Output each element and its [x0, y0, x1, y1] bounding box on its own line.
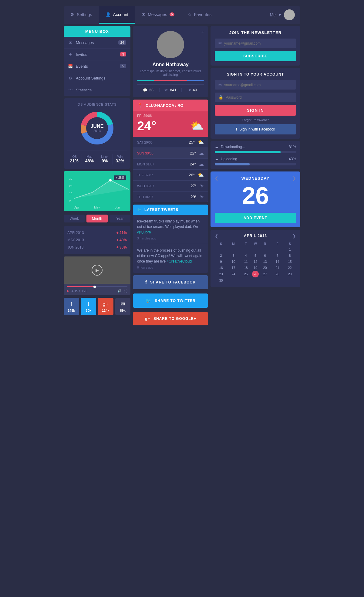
calendar-day[interactable]: 2 — [215, 253, 227, 259]
signin-password-field[interactable]: 🔒 — [215, 93, 296, 102]
calendar-day[interactable]: 25 — [240, 271, 252, 277]
cal-title: APRIL 2013 — [244, 234, 267, 238]
share-facebook-button[interactable]: f SHARE TO FACEBOOK — [133, 275, 208, 289]
facebook-share-small[interactable]: f 248k — [64, 298, 79, 315]
subscribe-button[interactable]: SUBSCRIBE — [215, 51, 296, 61]
nav-settings[interactable]: ⚙ Settings — [64, 6, 99, 24]
calendar-day[interactable]: 30 — [215, 277, 227, 283]
mac-label: Mac — [82, 155, 97, 158]
week-button[interactable]: Week — [64, 215, 85, 222]
nav-favorites[interactable]: ☆ Favorites — [181, 6, 218, 24]
download-label: Downloading... — [221, 145, 245, 149]
year-button[interactable]: Year — [110, 215, 130, 222]
upload-pct: 43% — [289, 157, 296, 161]
calendar-day[interactable]: 17 — [227, 265, 240, 271]
month-stats-card: APR 2013 + 21% MAY 2013 + 48% JUN 2013 +… — [64, 226, 130, 254]
nav-favorites-label: Favorites — [194, 12, 212, 17]
upload-progress: ☁ Uploading... 43% — [215, 157, 296, 165]
email-share-small[interactable]: ✉ 89k — [115, 298, 131, 315]
signin-title: SIGN IN TO YOUR ACCOUNT — [215, 72, 296, 76]
calendar-day[interactable]: 28 — [271, 271, 284, 277]
calendar-day[interactable]: 16 — [215, 265, 227, 271]
month-button[interactable]: Month — [86, 215, 107, 222]
signin-email-input[interactable] — [224, 83, 292, 87]
calendar-day[interactable]: 5 — [252, 253, 259, 259]
cc-hashtag-link[interactable]: #CreativeCloud — [167, 259, 192, 263]
middle-column: + Anne Hathaway Lorem ipsum dolor sit am… — [133, 26, 208, 327]
calendar-day[interactable]: 18 — [240, 265, 252, 271]
googleplus-share-small[interactable]: g+ 124k — [98, 298, 113, 315]
comments-count: 23 — [149, 88, 153, 92]
facebook-signin-button[interactable]: f Sign in with Facebook — [215, 124, 296, 134]
calendar-day[interactable]: 13 — [259, 259, 271, 265]
play-button[interactable]: ▶ — [92, 265, 103, 276]
calendar-day[interactable]: 3 — [227, 253, 240, 259]
calendar-day[interactable]: 7 — [271, 253, 284, 259]
video-progress-bar[interactable] — [67, 286, 127, 287]
cal-prev-button[interactable]: ❮ — [215, 233, 218, 238]
calendar-day[interactable]: 27 — [259, 271, 271, 277]
calendar-day[interactable]: 29 — [284, 271, 296, 277]
nav-account[interactable]: 👤 Account — [99, 6, 135, 24]
menu-item-invites[interactable]: ✈ Invites 3 — [64, 49, 130, 60]
share-twitter-button[interactable]: 🐦 SHARE TO TWITTER — [133, 293, 208, 308]
weather-temp: 24° — [137, 119, 157, 133]
signin-password-input[interactable] — [226, 95, 292, 100]
calendar-day[interactable]: 22 — [284, 265, 296, 271]
calendar-day[interactable]: 26 — [252, 271, 259, 277]
calendar-day[interactable]: 20 — [259, 265, 271, 271]
may-val: + 48% — [116, 238, 127, 242]
calendar-day[interactable]: 14 — [271, 259, 284, 265]
add-event-button[interactable]: ADD EVENT — [215, 213, 296, 223]
add-icon[interactable]: + — [201, 29, 204, 36]
signin-button[interactable]: SIGN IN — [215, 105, 296, 116]
calendar-day[interactable]: 23 — [215, 271, 227, 277]
calendar-day[interactable]: 4 — [240, 253, 252, 259]
forgot-password-link[interactable]: Forgot Password? — [215, 118, 296, 122]
right-column: JOIN THE NEWSLETTER ✉ SUBSCRIBE SIGN IN … — [211, 26, 300, 327]
calendar-day[interactable]: 6 — [259, 253, 271, 259]
nav-messages[interactable]: ✉ Messages 5 — [135, 6, 181, 24]
messages-menu-icon: ✉ — [68, 40, 73, 45]
calendar-day[interactable]: 24 — [227, 271, 240, 277]
calendar-day[interactable]: 12 — [252, 259, 259, 265]
menu-item-messages[interactable]: ✉ Messages 24 — [64, 37, 130, 49]
newsletter-email-field[interactable]: ✉ — [215, 39, 296, 48]
menu-invites-badge: 3 — [120, 52, 126, 56]
calendar-day[interactable]: 19 — [252, 265, 259, 271]
menu-item-account-settings[interactable]: ⚙ Account Settings — [64, 72, 130, 84]
calendar-day[interactable]: 8 — [284, 253, 296, 259]
signin-email-field[interactable]: ✉ — [215, 80, 296, 90]
os-stats-card: OS AUDIENCE STATS — [64, 98, 130, 169]
calendar-day — [252, 246, 259, 253]
download-fill — [215, 151, 281, 153]
calendar-day[interactable]: 1 — [284, 246, 296, 253]
newsletter-email-input[interactable] — [224, 41, 292, 46]
calendar-day[interactable]: 10 — [227, 259, 240, 265]
nav-user[interactable]: Me ▾ — [265, 6, 300, 24]
calendar-day[interactable]: 9 — [215, 259, 227, 265]
share-googleplus-button[interactable]: g+ SHARE TO GOOGLE+ — [133, 312, 208, 325]
wed-prev-button[interactable]: ❮ — [215, 176, 218, 181]
settings-icon: ⚙ — [70, 12, 74, 17]
menu-item-events[interactable]: 📅 Events 5 — [64, 60, 130, 72]
quora-link[interactable]: @Quora — [137, 230, 151, 234]
calendar-day[interactable]: 11 — [240, 259, 252, 265]
calendar-day[interactable]: 21 — [271, 265, 284, 271]
weather-row-tue: TUE 02/07 26° ⛅ — [133, 170, 208, 181]
may-label: MAY 2013 — [67, 238, 84, 242]
twitter-share-small[interactable]: t 30k — [81, 298, 96, 315]
menu-box-header: MENU BOX — [64, 26, 130, 37]
wednesday-day-number: 26 — [215, 184, 296, 208]
weather-location: CLUJ-NAPOCA / RO — [146, 103, 183, 108]
volume-icon[interactable]: 🔊 — [117, 289, 122, 293]
calendar-day[interactable]: 15 — [284, 259, 296, 265]
cal-next-button[interactable]: ❯ — [292, 233, 296, 238]
menu-item-statistics[interactable]: 〰 Statistics — [64, 84, 130, 96]
calendar-day — [227, 246, 240, 253]
fullscreen-icon[interactable]: ⛶ — [124, 289, 127, 293]
newsletter-title: JOIN THE NEWSLETTER — [215, 30, 296, 35]
play-icon[interactable]: ▶ — [67, 289, 69, 293]
wed-next-button[interactable]: ❯ — [292, 176, 296, 181]
menu-messages-badge: 24 — [118, 40, 126, 45]
